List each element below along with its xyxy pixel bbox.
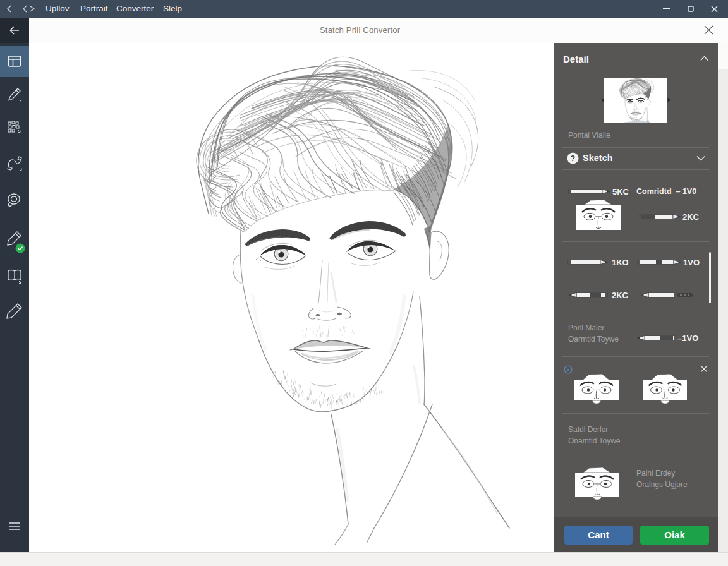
svg-text:?: ? bbox=[571, 154, 575, 163]
